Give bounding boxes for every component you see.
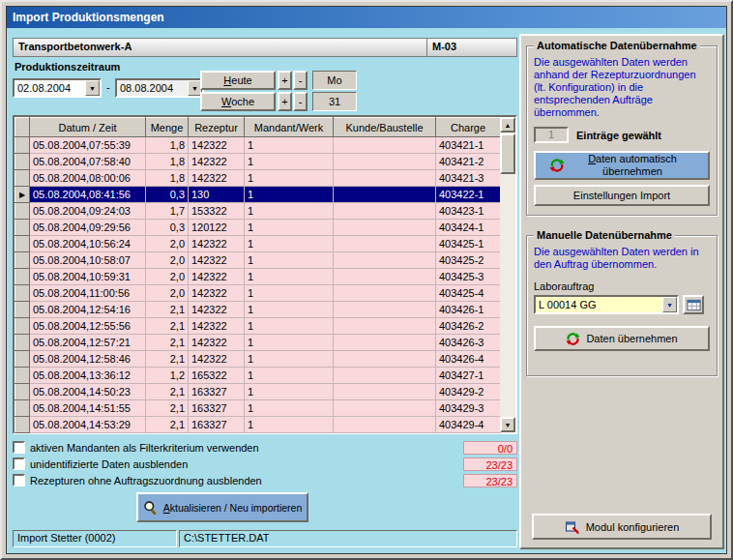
table-row[interactable]: 05.08.2004,09:29:560,31201221403424-1	[15, 220, 501, 236]
cell: 403422-1	[436, 187, 501, 203]
filter-checkbox[interactable]	[13, 457, 25, 470]
date-from-input[interactable]	[15, 80, 85, 96]
status-import-source: Import Stetter (0002)	[13, 530, 177, 547]
table-row[interactable]: 05.08.2004,12:57:212,11423221403426-3	[15, 335, 501, 351]
cell	[334, 137, 436, 154]
cell	[334, 318, 436, 335]
cell: 403425-2	[436, 252, 501, 269]
cell: 403429-3	[436, 400, 501, 417]
today-minus-button[interactable]: -	[293, 71, 308, 90]
import-window: Import Produktionsmengen Transportbetonw…	[0, 0, 733, 560]
column-header: Rezeptur	[189, 118, 245, 137]
table-row[interactable]: 05.08.2004,11:00:562,01423221403425-4	[15, 285, 501, 302]
scroll-up-button[interactable]: ▲	[500, 117, 515, 133]
scrollbar-thumb[interactable]	[500, 133, 515, 174]
table-row[interactable]: ▶05.08.2004,08:41:560,31301403422-1	[15, 187, 501, 203]
cell: 403421-3	[436, 170, 501, 187]
table-row[interactable]: 05.08.2004,10:59:312,01423221403425-3	[15, 269, 501, 285]
magnifier-icon	[143, 500, 159, 516]
cell: 130	[189, 187, 245, 203]
cell: 05.08.2004,13:36:12	[30, 368, 146, 384]
auto-apply-button[interactable]: Daten automatisch übernehmen	[534, 151, 710, 180]
filter-checkbox[interactable]	[13, 474, 25, 486]
filter-label: Rezepturen ohne Auftragszuordnung ausble…	[30, 475, 463, 486]
cell: 1	[245, 252, 334, 269]
table-row[interactable]: 05.08.2004,13:36:121,21653221403427-1	[15, 368, 501, 384]
cell: 05.08.2004,09:29:56	[30, 220, 146, 236]
table-row[interactable]: 05.08.2004,14:50:232,11633271403429-2	[15, 384, 501, 400]
table-row[interactable]: 05.08.2004,07:55:391,81423221403421-1	[15, 137, 501, 154]
cell: 05.08.2004,10:58:07	[30, 252, 146, 269]
cell: 163327	[189, 400, 245, 417]
vertical-scrollbar[interactable]: ▲ ▼	[500, 117, 515, 432]
chevron-down-icon[interactable]: ▼	[85, 80, 100, 96]
table-row[interactable]: 05.08.2004,08:00:061,81423221403421-3	[15, 170, 501, 187]
grid-body: 05.08.2004,07:55:391,81423221403421-105.…	[15, 137, 501, 433]
manual-apply-button[interactable]: Daten übernehmen	[534, 326, 710, 351]
cell: 165322	[189, 368, 245, 384]
cell: 1	[245, 170, 334, 187]
cell: 1	[245, 187, 334, 203]
table-row[interactable]: 05.08.2004,10:56:242,01423221403425-1	[15, 236, 501, 252]
plant-header-bar: Transportbetonwerk-A M-03	[13, 38, 517, 57]
row-selector	[15, 285, 30, 302]
cell: 142322	[189, 170, 245, 187]
manual-apply-label: Daten übernehmen	[586, 333, 677, 344]
filter-checkbox[interactable]	[13, 441, 25, 454]
date-to-input[interactable]	[117, 80, 188, 96]
cell: 2,0	[146, 285, 189, 302]
row-selector	[15, 137, 30, 154]
auto-group-title: Automatische Datenübernahme	[534, 40, 700, 51]
selected-count-box: 1	[534, 127, 569, 143]
cell: 2,1	[146, 318, 189, 335]
filter-list: aktiven Mandanten als Filterkriterium ve…	[13, 439, 517, 488]
table-row[interactable]: 05.08.2004,07:58:401,81423221403421-2	[15, 154, 501, 170]
cell: 403421-2	[436, 154, 501, 170]
cell: 05.08.2004,11:00:56	[30, 285, 146, 302]
cell: 1	[245, 417, 334, 433]
cell: 2,0	[146, 252, 189, 269]
cell: 2,1	[146, 417, 189, 433]
recycle-icon	[549, 158, 565, 173]
row-selector	[15, 302, 30, 318]
cell: 403426-1	[436, 302, 501, 318]
week-plus-button[interactable]: +	[278, 92, 292, 111]
lab-order-input[interactable]	[536, 297, 662, 312]
cell: 1	[245, 154, 334, 170]
table-row[interactable]: 05.08.2004,12:55:562,11423221403426-2	[15, 318, 501, 335]
lab-lookup-button[interactable]	[683, 295, 704, 314]
scroll-down-button[interactable]: ▼	[500, 417, 515, 432]
cell: 403425-4	[436, 285, 501, 302]
filter-row: aktiven Mandanten als Filterkriterium ve…	[13, 439, 517, 456]
week-button[interactable]: Woche	[200, 92, 276, 111]
cell: 142322	[189, 269, 245, 285]
module-configure-button[interactable]: Modul konfigurieren	[532, 514, 712, 540]
filter-row: Rezepturen ohne Auftragszuordnung ausble…	[13, 472, 517, 488]
column-header: Menge	[146, 118, 189, 137]
today-plus-button[interactable]: +	[278, 71, 292, 90]
table-row[interactable]: 05.08.2004,12:54:162,11423221403426-1	[15, 302, 501, 318]
table-row[interactable]: 05.08.2004,14:53:292,11633271403429-4	[15, 417, 501, 433]
row-selector	[15, 220, 30, 236]
table-row[interactable]: 05.08.2004,09:24:031,71533221403423-1	[15, 203, 501, 220]
chevron-down-icon[interactable]: ▼	[662, 297, 677, 312]
import-settings-button[interactable]: Einstellungen Import	[534, 185, 710, 206]
cell: 05.08.2004,12:58:46	[30, 351, 146, 368]
cell	[334, 384, 436, 400]
date-to-combo: ▼	[115, 78, 204, 98]
cell: 142322	[189, 137, 245, 154]
module-configure-icon	[565, 519, 580, 535]
refresh-import-label: Aktualisieren / Neu importieren	[163, 502, 303, 514]
grid-table: Datum / ZeitMengeRezepturMandant/WerkKun…	[15, 117, 501, 433]
cell: 163327	[189, 417, 245, 433]
table-row[interactable]: 05.08.2004,12:58:462,11423221403426-4	[15, 351, 501, 368]
week-minus-button[interactable]: -	[293, 92, 308, 111]
table-row[interactable]: 05.08.2004,10:58:072,01423221403425-2	[15, 252, 501, 269]
refresh-import-button[interactable]: Aktualisieren / Neu importieren	[136, 492, 308, 522]
count-badge: 23/23	[463, 474, 517, 487]
table-row[interactable]: 05.08.2004,14:51:552,11633271403429-3	[15, 400, 501, 417]
cell: 142322	[189, 154, 245, 170]
cell: 2,1	[146, 384, 189, 400]
window-frame: Import Produktionsmengen Transportbetonw…	[6, 6, 727, 554]
today-button[interactable]: Heute	[200, 71, 276, 90]
